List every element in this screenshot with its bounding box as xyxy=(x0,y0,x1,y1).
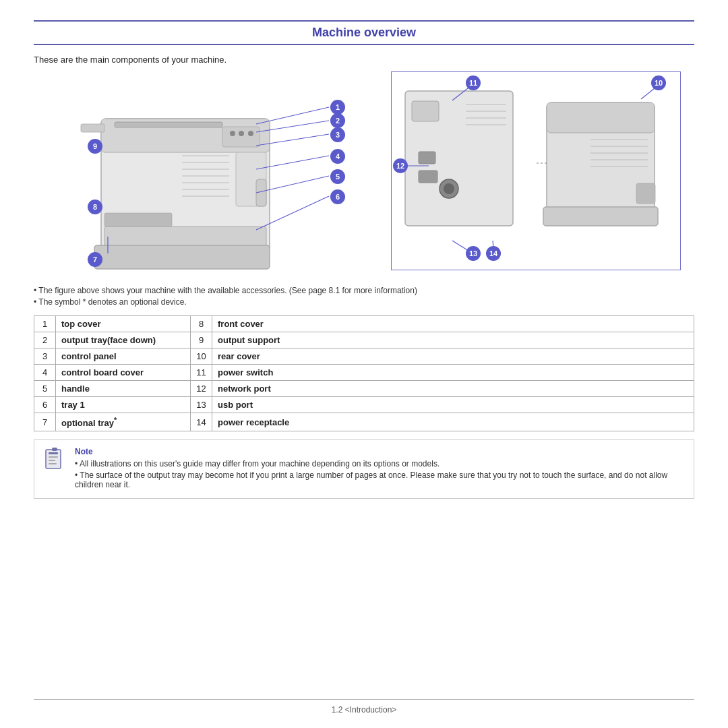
row-label-right: power receptacle xyxy=(212,413,694,431)
row-label-right: output support xyxy=(212,332,694,348)
svg-rect-3 xyxy=(222,127,260,147)
svg-point-32 xyxy=(444,183,454,194)
row-num-left: 5 xyxy=(34,381,56,397)
row-num-right: 8 xyxy=(191,316,212,332)
table-row: 3 control panel 10 rear cover xyxy=(34,348,694,365)
row-num-left: 2 xyxy=(34,332,56,348)
footer-text: 1.2 <Introduction> xyxy=(332,705,397,715)
svg-point-5 xyxy=(239,131,244,136)
svg-rect-29 xyxy=(419,152,435,164)
svg-rect-56 xyxy=(49,463,57,464)
row-label-right: front cover xyxy=(212,316,694,332)
callout-8: 8 xyxy=(88,200,102,214)
callout-3: 3 xyxy=(330,127,345,142)
note-bullet-2: • The symbol * denotes an optional devic… xyxy=(34,297,694,307)
table-row: 4 control board cover 11 power switch xyxy=(34,365,694,381)
svg-rect-57 xyxy=(52,448,57,451)
callout-7: 7 xyxy=(88,252,102,267)
callout-5: 5 xyxy=(330,169,345,184)
diagram-section: 1 2 3 4 5 6 7 8 9 xyxy=(47,71,681,280)
svg-rect-17 xyxy=(94,245,270,269)
svg-rect-38 xyxy=(547,102,655,133)
svg-rect-28 xyxy=(412,101,439,121)
row-label-left: control board cover xyxy=(56,365,191,381)
svg-rect-55 xyxy=(49,460,55,461)
intro-text: These are the main components of your ma… xyxy=(34,55,694,65)
svg-rect-16 xyxy=(104,226,266,247)
row-label-right: network port xyxy=(212,381,694,397)
callout-6: 6 xyxy=(330,189,345,204)
table-row: 5 handle 12 network port xyxy=(34,381,694,397)
row-label-left: output tray(face down) xyxy=(56,332,191,348)
row-label-right: power switch xyxy=(212,365,694,381)
components-table: 1 top cover 8 front cover 2 output tray(… xyxy=(34,315,694,431)
svg-rect-30 xyxy=(419,171,437,183)
row-num-right: 11 xyxy=(191,365,212,381)
row-num-right: 13 xyxy=(191,397,212,413)
svg-rect-44 xyxy=(543,207,658,226)
row-num-left: 1 xyxy=(34,316,56,332)
note-box: Note • All illustrations on this user's … xyxy=(34,439,694,499)
note-bullet-1: • The figure above shows your machine wi… xyxy=(34,286,694,295)
table-row: 7 optional tray* 14 power receptacle xyxy=(34,413,694,431)
row-num-left: 4 xyxy=(34,365,56,381)
svg-rect-2 xyxy=(115,122,222,127)
callout-4: 4 xyxy=(330,149,345,164)
row-num-right: 9 xyxy=(191,332,212,348)
notes-section: • The figure above shows your machine wi… xyxy=(34,286,694,309)
row-num-right: 10 xyxy=(191,348,212,365)
callout-13: 13 xyxy=(466,246,481,261)
row-label-left: top cover xyxy=(56,316,191,332)
svg-point-6 xyxy=(248,131,253,136)
svg-rect-53 xyxy=(49,452,58,454)
row-num-right: 12 xyxy=(191,381,212,397)
table-row: 6 tray 1 13 usb port xyxy=(34,397,694,413)
row-num-left: 3 xyxy=(34,348,56,365)
svg-rect-45 xyxy=(636,183,655,204)
printer-front-svg xyxy=(61,78,303,277)
row-label-left: tray 1 xyxy=(56,397,191,413)
row-num-left: 6 xyxy=(34,397,56,413)
left-diagram: 1 2 3 4 5 6 7 8 9 xyxy=(47,71,377,280)
row-label-left: handle xyxy=(56,381,191,397)
row-label-left: optional tray* xyxy=(56,413,191,431)
note-icon xyxy=(42,447,67,471)
svg-point-4 xyxy=(230,131,235,136)
row-num-left: 7 xyxy=(34,413,56,431)
table-row: 2 output tray(face down) 9 output suppor… xyxy=(34,332,694,348)
footer: 1.2 <Introduction> xyxy=(34,699,694,715)
svg-rect-18 xyxy=(104,213,172,226)
svg-rect-54 xyxy=(49,456,58,458)
rear-panel-svg xyxy=(398,84,533,253)
right-diagram: 10 11 12 13 14 xyxy=(391,71,681,270)
note-line-1: • All illustrations on this user's guide… xyxy=(75,459,686,468)
rear-iso-svg xyxy=(537,82,665,237)
note-line-2: • The surface of the output tray may bec… xyxy=(75,471,686,489)
row-label-right: usb port xyxy=(212,397,694,413)
callout-1: 1 xyxy=(330,100,345,115)
callout-11: 11 xyxy=(466,75,481,90)
row-label-left: control panel xyxy=(56,348,191,365)
note-content: Note • All illustrations on this user's … xyxy=(75,447,686,491)
row-label-right: rear cover xyxy=(212,348,694,365)
callout-9: 9 xyxy=(88,139,102,154)
table-row: 1 top cover 8 front cover xyxy=(34,316,694,332)
svg-rect-19 xyxy=(81,124,104,132)
page: Machine overview These are the main comp… xyxy=(0,0,728,728)
callout-12: 12 xyxy=(393,158,408,173)
svg-rect-15 xyxy=(256,179,266,206)
callout-10: 10 xyxy=(651,75,666,90)
callout-2: 2 xyxy=(330,113,345,128)
callout-14: 14 xyxy=(486,246,501,261)
page-title: Machine overview xyxy=(312,26,416,39)
title-bar: Machine overview xyxy=(34,20,694,45)
row-num-right: 14 xyxy=(191,413,212,431)
note-title: Note xyxy=(75,447,686,456)
